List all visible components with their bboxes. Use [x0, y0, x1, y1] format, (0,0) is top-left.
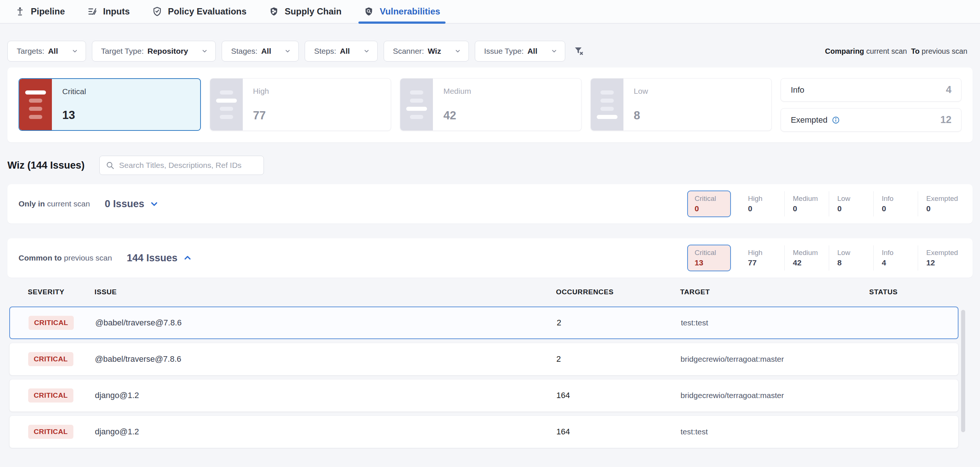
severity-card-label: Low: [634, 87, 648, 95]
chevron-down-icon: [72, 48, 78, 54]
info-card[interactable]: Info 4: [781, 78, 961, 102]
section-label-rest: current scan: [47, 199, 90, 208]
chip-value: 42: [793, 258, 829, 267]
section-count-toggle[interactable]: 144 Issues: [127, 253, 192, 264]
occurrences-cell: 2: [557, 318, 681, 328]
table-row[interactable]: CRITICAL django@1.2 164 bridgecrewio/ter…: [9, 379, 958, 412]
chip-label: Info: [882, 249, 918, 257]
search-icon: [106, 161, 115, 170]
scanner-row: Wiz (144 Issues): [7, 156, 973, 175]
severity-card-label: Medium: [443, 87, 471, 95]
issue-cell: django@1.2: [95, 391, 556, 400]
scanner-filter-dropdown[interactable]: Scanner:Wiz: [383, 41, 469, 62]
chevron-up-icon: [183, 253, 192, 263]
target-cell: test:test: [681, 427, 870, 436]
policy-evaluations-icon: [152, 6, 162, 17]
chip-value: 4: [882, 258, 918, 267]
compare-scans-text: Comparing current scan To previous scan: [825, 47, 967, 56]
severity-chips: Critical 0 High 0 Medium 0 Low 0 Info 0 …: [687, 191, 962, 217]
severity-level-icon: [19, 79, 52, 130]
severity-level-icon: [400, 79, 433, 130]
filter-label: Steps:: [314, 47, 336, 56]
severity-card-medium[interactable]: Medium 42: [400, 78, 582, 131]
chip-value: 0: [882, 204, 918, 213]
chip-value: 12: [926, 258, 962, 267]
severity-card-count: 13: [62, 109, 86, 122]
tab-policy-evaluations[interactable]: Policy Evaluations: [152, 0, 247, 23]
tab-label: Supply Chain: [285, 6, 341, 17]
chip-label: Low: [837, 195, 873, 203]
info-card-count: 4: [946, 84, 951, 95]
info-exempted-column: Info 4 Exempted 12: [781, 78, 961, 132]
inputs-icon: [87, 6, 97, 17]
severity-card-high[interactable]: High 77: [210, 78, 391, 131]
exempted-card[interactable]: Exempted 12: [781, 108, 961, 132]
severity-level-icon: [591, 79, 624, 130]
section-count: 0 Issues: [105, 198, 145, 210]
col-target: TARGET: [680, 288, 869, 296]
section-count-toggle[interactable]: 0 Issues: [105, 198, 159, 210]
filter-value: All: [340, 47, 350, 56]
filter-value: Wiz: [428, 47, 441, 56]
chip-label: Medium: [793, 195, 829, 203]
tab-bar: Pipeline Inputs Policy Evaluations Suppl…: [0, 0, 980, 24]
steps-filter-dropdown[interactable]: Steps:All: [305, 41, 377, 62]
stages-filter-dropdown[interactable]: Stages:All: [222, 41, 299, 62]
filter-value: All: [261, 47, 271, 56]
chip-label: Info: [882, 195, 918, 203]
exempted-card-label: Exempted: [791, 115, 827, 125]
chip-label: Medium: [793, 249, 829, 257]
active-tab-underline: [358, 22, 445, 24]
table-row[interactable]: CRITICAL @babel/traverse@7.8.6 2 bridgec…: [9, 343, 958, 375]
targets-filter-dropdown[interactable]: Targets:All: [7, 41, 86, 62]
tab-supply-chain[interactable]: Supply Chain: [269, 0, 341, 23]
severity-card-low[interactable]: Low 8: [590, 78, 772, 131]
tab-pipeline[interactable]: Pipeline: [15, 0, 65, 23]
chip-critical[interactable]: Critical 13: [687, 245, 731, 271]
clear-filters-button[interactable]: [573, 46, 584, 57]
severity-badge: CRITICAL: [29, 316, 74, 330]
severity-card-critical[interactable]: Critical 13: [19, 78, 201, 131]
issue-cell: @babel/traverse@7.8.6: [95, 318, 557, 328]
occurrences-cell: 164: [556, 427, 681, 437]
tab-label: Pipeline: [31, 6, 65, 17]
chip-critical[interactable]: Critical 0: [687, 191, 731, 217]
chip-value: 13: [695, 258, 730, 267]
chip-exempted: Exempted 12: [918, 245, 962, 270]
filter-label: Issue Type:: [484, 47, 524, 56]
target-type-filter-dropdown[interactable]: Target Type:Repository: [92, 41, 216, 62]
severity-badge: CRITICAL: [28, 352, 73, 366]
chip-value: 0: [695, 204, 730, 213]
chip-value: 77: [748, 258, 784, 267]
scanner-title: Wiz (144 Issues): [7, 160, 84, 171]
chip-label: Critical: [695, 195, 730, 203]
col-occurrences: OCCURRENCES: [556, 288, 680, 296]
search-box[interactable]: [99, 156, 264, 175]
severity-badge: CRITICAL: [28, 388, 73, 402]
filter-row: Targets:All Target Type:Repository Stage…: [7, 41, 967, 62]
chevron-down-icon: [284, 48, 291, 54]
chevron-down-icon: [363, 48, 370, 54]
severity-card-count: 8: [634, 109, 648, 122]
table-row[interactable]: CRITICAL django@1.2 164 test:test: [9, 416, 958, 448]
chevron-down-icon: [454, 48, 461, 54]
severity-card-label: High: [253, 87, 269, 95]
filter-value: All: [48, 47, 58, 56]
search-input[interactable]: [119, 161, 258, 170]
common-to-previous-scan-section: Common to previous scan 144 Issues Criti…: [7, 238, 973, 278]
table-row[interactable]: CRITICAL @babel/traverse@7.8.6 2 test:te…: [9, 307, 958, 339]
col-issue: ISSUE: [94, 288, 556, 296]
severity-badge: CRITICAL: [28, 425, 73, 439]
filter-value: All: [527, 47, 538, 56]
issue-type-filter-dropdown[interactable]: Issue Type:All: [475, 41, 565, 62]
compare-text: previous scan: [922, 47, 967, 55]
tab-vulnerabilities[interactable]: Vulnerabilities: [364, 0, 440, 23]
col-severity: SEVERITY: [28, 288, 94, 296]
vertical-scrollbar[interactable]: [961, 310, 965, 432]
col-status: STATUS: [869, 288, 958, 296]
vulnerabilities-icon: [364, 6, 374, 17]
issue-cell: django@1.2: [95, 427, 556, 437]
issues-table: SEVERITY ISSUE OCCURRENCES TARGET STATUS…: [9, 288, 958, 448]
tab-inputs[interactable]: Inputs: [87, 0, 130, 23]
severity-card-count: 77: [253, 109, 269, 122]
